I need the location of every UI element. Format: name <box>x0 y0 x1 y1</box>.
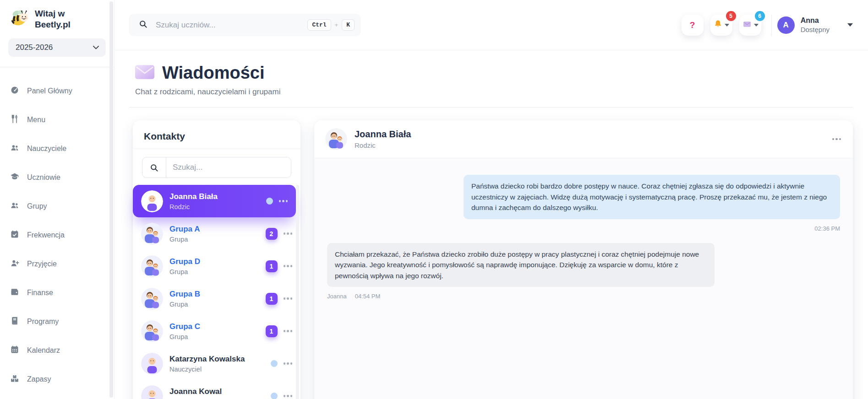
teachers-icon <box>10 143 19 154</box>
contact-row-grupa-b[interactable]: Grupa B Grupa 1 <box>133 282 300 315</box>
topbar-actions: ? 5 6 A Anna Dostępny <box>675 15 853 36</box>
contact-row-katarzyna-kowalska[interactable]: Katarzyna Kowalska Nauczyciel <box>133 347 300 380</box>
contact-row-grupa-d[interactable]: Grupa D Grupa 1 <box>133 250 300 282</box>
contact-row-grupa-c[interactable]: Grupa C Grupa 1 <box>133 315 300 347</box>
envelope-icon <box>742 20 752 31</box>
notifications-button[interactable]: 5 <box>710 15 732 36</box>
contact-role: Nauczyciel <box>169 366 245 373</box>
topbar: Ctrl + K ? 5 6 A Anna Dostępn <box>115 0 868 50</box>
unread-badge: 1 <box>266 325 278 337</box>
chat-contact-avatar <box>325 128 347 150</box>
help-button[interactable]: ? <box>682 15 704 36</box>
graduation-cap-icon <box>10 172 19 183</box>
caret-down-icon <box>847 23 853 27</box>
contacts-divider <box>133 149 300 149</box>
contacts-panel: Kontakty Joanna Biała Rodzic <box>133 120 300 399</box>
message-meta: 02:36 PM <box>814 225 840 232</box>
school-year-select[interactable]: 2025-2026 <box>8 38 106 57</box>
sidebar-item-nauczyciele[interactable]: Nauczyciele <box>0 135 114 163</box>
user-menu[interactable]: A Anna Dostępny <box>777 16 853 34</box>
message-time: 04:54 PM <box>355 293 381 300</box>
sidebar-item-grupy[interactable]: Grupy <box>0 192 114 221</box>
contacts-scrollbar[interactable] <box>296 185 299 399</box>
search-shortcut: Ctrl + K <box>307 19 355 31</box>
topbar-divider <box>771 15 772 36</box>
contact-menu-button[interactable] <box>283 361 294 367</box>
status-dot <box>266 198 273 205</box>
user-name: Anna <box>801 16 830 25</box>
contact-row-joanna-biala[interactable]: Joanna Biała Rodzic <box>133 185 296 217</box>
messages-button[interactable]: 6 <box>739 15 761 36</box>
contact-name: Joanna Biała <box>169 192 218 201</box>
messages-badge: 6 <box>755 11 765 21</box>
sidebar-item-zapasy[interactable]: Zapasy <box>0 365 114 394</box>
user-plus-icon <box>10 259 19 270</box>
sidebar-item-panel-glowny[interactable]: Panel Główny <box>0 77 114 106</box>
person-avatar <box>141 190 163 212</box>
contact-menu-button[interactable] <box>283 231 294 237</box>
contacts-search-input[interactable] <box>166 157 291 178</box>
person-avatar <box>141 385 163 399</box>
contact-menu-button[interactable] <box>278 198 289 204</box>
page-subtitle: Chat z rodzicami, nauczycielami i grupam… <box>135 87 868 97</box>
status-dot <box>271 360 278 367</box>
school-year-value: 2025-2026 <box>16 43 53 52</box>
unread-badge: 1 <box>266 293 278 305</box>
message-bubble: Chciałam przekazać, że Państwa dziecko z… <box>327 243 715 287</box>
search-icon <box>139 20 147 30</box>
bee-logo-icon <box>10 9 29 29</box>
sidebar-item-menu[interactable]: Menu <box>0 106 114 135</box>
status-dot <box>271 393 278 399</box>
chat-header: Joanna Biała Rodzic <box>314 120 853 158</box>
caret-down-icon <box>725 24 729 27</box>
user-status: Dostępny <box>801 26 830 33</box>
contact-menu-button[interactable] <box>283 296 294 302</box>
contact-role: Grupa <box>169 333 200 340</box>
sidebar-item-finanse[interactable]: Finanse <box>0 279 114 307</box>
contact-menu-button[interactable] <box>283 263 294 269</box>
contact-menu-button[interactable] <box>283 393 294 399</box>
sidebar-scrollbar[interactable] <box>109 1 113 398</box>
global-search[interactable]: Ctrl + K <box>129 14 361 36</box>
sidebar-item-uczniowie[interactable]: Uczniowie <box>0 163 114 192</box>
global-search-input[interactable] <box>156 21 299 30</box>
sidebar-item-frekwencja[interactable]: Frekwencja <box>0 221 114 250</box>
contact-name: Joanna Kowal <box>169 387 222 396</box>
chat-menu-button[interactable] <box>831 136 842 142</box>
contact-name: Grupa C <box>169 322 200 331</box>
app-logo-row[interactable]: Witaj w Beetly.pl <box>0 0 114 35</box>
contact-menu-button[interactable] <box>283 328 294 334</box>
contact-row-grupa-a[interactable]: Grupa A Grupa 2 <box>133 217 300 250</box>
user-avatar: A <box>777 16 795 34</box>
group-avatar <box>141 223 163 245</box>
person-avatar <box>141 353 163 375</box>
kbd-k: K <box>342 19 355 31</box>
sidebar-item-kalendarz[interactable]: Kalendarz <box>0 336 114 365</box>
calendar-check-icon <box>10 230 19 241</box>
kbd-plus: + <box>335 22 338 28</box>
sidebar-nav: Panel Główny Menu Nauczyciele Uczniowie … <box>0 67 114 394</box>
contact-role: Grupa <box>169 268 200 275</box>
app-title: Witaj w Beetly.pl <box>35 8 71 30</box>
book-icon <box>10 316 19 327</box>
notifications-badge: 5 <box>726 11 736 21</box>
sidebar-item-programy[interactable]: Programy <box>0 307 114 336</box>
contact-role: Rodzic <box>169 203 218 210</box>
wallet-icon <box>10 287 19 298</box>
header-divider <box>129 107 853 108</box>
chat-panel: Joanna Biała Rodzic Państwa dziecko robi… <box>314 120 853 399</box>
contact-name: Katarzyna Kowalska <box>169 355 245 364</box>
question-mark-icon: ? <box>690 20 695 30</box>
page-title: Wiadomości <box>162 63 264 83</box>
groups-icon <box>10 201 19 212</box>
boxes-icon <box>10 374 19 385</box>
chat-messages: Państwa dziecko robi bardzo dobre postęp… <box>314 158 853 399</box>
sidebar-item-przyjecie[interactable]: Przyjęcie <box>0 250 114 279</box>
contacts-search[interactable] <box>142 157 291 178</box>
message-bubble: Państwa dziecko robi bardzo dobre postęp… <box>464 175 840 219</box>
message-meta: Joanna 04:54 PM <box>327 293 380 300</box>
chat-contact-name: Joanna Biała <box>355 129 411 140</box>
contact-name: Grupa D <box>169 257 200 266</box>
contact-row-joanna-kowal[interactable]: Joanna Kowal Nauczyciel <box>133 380 300 399</box>
contact-name: Grupa A <box>169 225 200 234</box>
